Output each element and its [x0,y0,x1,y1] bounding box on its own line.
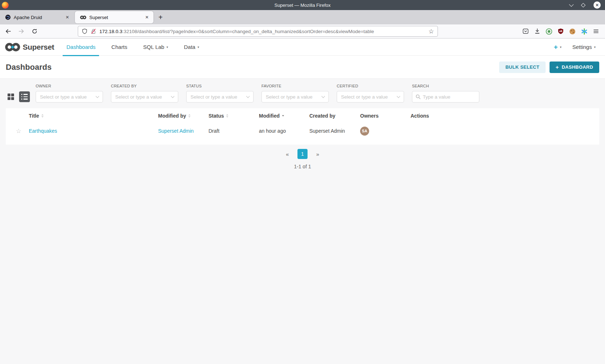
tab-superset[interactable]: Superset ✕ [75,11,153,23]
column-label: Owners [360,113,378,119]
card-view-toggle[interactable] [6,92,16,102]
owner-select[interactable]: Select or type a value [36,91,103,103]
nav-item-data[interactable]: Data ▾ [176,38,207,56]
superset-favicon-icon [80,15,86,20]
column-header-actions: Actions [411,113,599,119]
chevron-down-icon [96,95,99,98]
chevron-down-icon [397,95,400,98]
nav-item-sql-lab[interactable]: SQL Lab ▾ [135,38,176,56]
next-page-button[interactable]: » [316,151,319,157]
tab-close-icon[interactable]: ✕ [64,14,70,21]
chevron-down-icon: ▾ [594,45,596,49]
window-minimize-chevron-icon[interactable] [569,2,574,7]
table-row: ☆ Earthquakes Superset Admin Draft an ho… [6,123,599,138]
pocket-save-icon[interactable] [522,28,529,35]
filter-label: FAVORITE [261,84,329,88]
nav-label: Charts [111,44,127,50]
chevron-down-icon [322,95,325,98]
filter-search: SEARCH [412,84,479,103]
favorite-star-icon[interactable]: ☆ [16,128,21,134]
forward-button[interactable] [18,28,24,34]
new-item-menu[interactable]: + ▾ [554,44,562,50]
nav-label: Dashboards [66,44,95,50]
new-tab-button[interactable]: + [158,14,163,21]
reload-button[interactable] [32,28,37,34]
status-select[interactable]: Select or type a value [186,91,254,103]
url-path: :32108/dashboard/list/?pageIndex=0&sortC… [122,29,374,34]
window-maximize-diamond-icon[interactable] [581,3,586,8]
created-by-select[interactable]: Select or type a value [111,91,178,103]
chevron-down-icon [246,95,250,98]
filter-label: CREATED BY [111,84,178,88]
modified-value: an hour ago [259,128,286,134]
column-header-status[interactable]: Status [209,113,259,119]
new-dashboard-label: DASHBOARD [562,64,593,70]
page-header: Dashboards BULK SELECT + DASHBOARD [0,56,605,79]
bookmark-star-icon[interactable]: ☆ [429,28,434,35]
filter-favorite: FAVORITE Select or type a value [261,84,329,103]
menu-hamburger-icon[interactable] [593,28,599,35]
window-titlebar: Superset — Mozilla Firefox ✕ [0,0,605,10]
nav-label: Data [184,44,196,50]
settings-menu[interactable]: Settings ▾ [572,44,596,50]
sort-icon [41,114,44,118]
superset-logo-icon[interactable] [4,42,21,53]
new-dashboard-button[interactable]: + DASHBOARD [550,62,599,73]
list-view-toggle[interactable] [19,91,30,102]
column-header-title[interactable]: Title [29,113,158,119]
column-label: Created by [309,113,335,119]
window-close-button[interactable]: ✕ [593,1,601,9]
search-box[interactable] [412,91,479,103]
select-placeholder: Select or type a value [191,94,237,100]
chevron-down-icon: ▾ [560,45,562,49]
plus-icon: + [556,64,559,70]
brand-name[interactable]: Superset [23,43,54,51]
cookie-extension-icon[interactable] [569,28,576,35]
ublock-extension-icon[interactable]: uB [557,28,564,35]
search-input[interactable] [423,94,475,100]
tab-apache-druid[interactable]: Apache Druid ✕ [0,11,74,23]
created-by-value: Superset Admin [309,128,345,134]
downloads-icon[interactable] [534,28,541,35]
column-header-created-by: Created by [309,113,360,119]
search-icon [416,94,421,99]
nav-item-charts[interactable]: Charts [103,38,135,56]
previous-page-button[interactable]: « [286,151,289,157]
sort-icon [226,114,228,118]
tab-label: Apache Druid [14,15,64,20]
sort-desc-icon [282,115,284,117]
column-label: Modified by [158,113,186,119]
sort-icon [188,114,191,118]
filter-status: STATUS Select or type a value [186,84,254,103]
filter-owner: OWNER Select or type a value [36,84,103,103]
modified-by-link[interactable]: Superset Admin [158,128,194,134]
tab-close-icon[interactable]: ✕ [144,14,150,21]
column-label: Actions [411,113,429,119]
pagination-summary: 1-1 of 1 [0,164,605,169]
column-header-modified-by[interactable]: Modified by [158,113,209,119]
plus-icon: + [554,44,558,50]
url-bar[interactable]: 172.18.0.3:32108/dashboard/list/?pageInd… [78,26,438,37]
dashboards-table: Title Modified by Status Modified Create… [6,108,599,145]
select-placeholder: Select or type a value [266,94,313,100]
containers-extension-icon[interactable] [581,28,588,35]
favorite-select[interactable]: Select or type a value [261,91,329,103]
lock-insecure-icon[interactable] [90,28,97,34]
chevron-down-icon [171,95,175,98]
tracking-shield-icon[interactable] [82,28,88,34]
filter-label: CERTIFIED [337,84,404,88]
url-text[interactable]: 172.18.0.3:32108/dashboard/list/?pageInd… [99,29,429,34]
select-placeholder: Select or type a value [341,94,388,100]
bulk-select-button[interactable]: BULK SELECT [499,62,545,73]
superset-navbar: Superset Dashboards Charts SQL Lab ▾ Dat… [0,38,605,56]
certified-select[interactable]: Select or type a value [337,91,404,103]
page-1-button[interactable]: 1 [297,149,308,159]
privacy-extension-icon[interactable] [546,28,552,35]
owner-avatar[interactable]: SA [360,127,369,136]
back-button[interactable] [5,28,11,34]
status-value: Draft [209,128,219,134]
dashboard-title-link[interactable]: Earthquakes [29,128,57,134]
nav-item-dashboards[interactable]: Dashboards [58,38,103,56]
column-header-modified[interactable]: Modified [259,113,309,119]
filter-label: STATUS [186,84,254,88]
